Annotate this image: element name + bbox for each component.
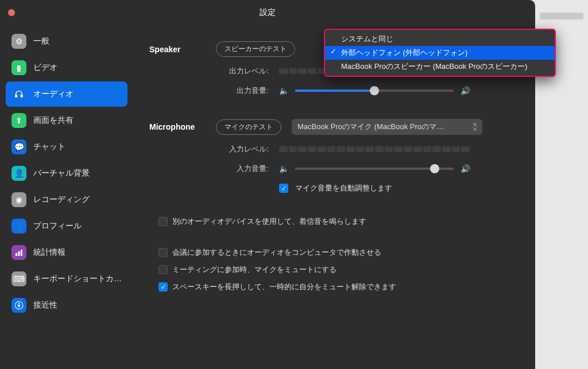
auto-adjust-mic-checkbox[interactable]: ✓ — [279, 184, 288, 193]
sidebar-item-label: バーチャル背景 — [33, 168, 90, 178]
sidebar-item-label: レコーディング — [33, 195, 90, 205]
sidebar-item-label: チャット — [33, 142, 65, 152]
settings-window: 設定 ⚙ 一般 ▮ ビデオ オーディオ ⬆ 画面を共有 💬 — [0, 0, 535, 369]
sidebar-item-keyboard-shortcuts[interactable]: ⌨ キーボードショートカ… — [6, 266, 127, 292]
join-audio-label: 会議に参加するときにオーディオをコンピュータで作動させる — [172, 247, 381, 258]
sidebar-item-virtual-background[interactable]: 👤 バーチャル背景 — [6, 161, 127, 186]
sidebar-item-share-screen[interactable]: ⬆ 画面を共有 — [6, 108, 127, 133]
speaker-heading: Speaker — [147, 45, 216, 54]
input-level-meter — [279, 146, 470, 152]
join-audio-checkbox[interactable] — [158, 248, 168, 257]
share-screen-icon: ⬆ — [11, 113, 26, 128]
volume-high-icon: 🔊 — [461, 86, 470, 95]
sidebar-item-label: キーボードショートカ… — [33, 274, 122, 284]
svg-point-6 — [18, 302, 20, 304]
sidebar-item-accessibility[interactable]: 接近性 — [6, 293, 127, 318]
output-volume-label: 出力音量: — [147, 86, 279, 96]
chat-icon: 💬 — [11, 139, 26, 154]
window-title: 設定 — [260, 7, 276, 18]
test-microphone-button[interactable]: マイクのテスト — [216, 119, 281, 135]
video-icon: ▮ — [11, 60, 26, 75]
speaker-option-same-as-system[interactable]: システムと同じ — [325, 32, 555, 46]
microphone-select[interactable]: MacBook Proのマイク (MacBook Proのマ… — [292, 119, 482, 135]
microphone-heading: Microphone — [147, 122, 216, 131]
sidebar-item-label: 統計情報 — [33, 247, 65, 258]
keyboard-icon: ⌨ — [11, 271, 26, 286]
sidebar-item-profile[interactable]: 👤 プロフィール — [6, 213, 127, 239]
output-volume-slider[interactable] — [295, 90, 454, 92]
mute-on-join-label: ミーティングに参加時、マイクをミュートにする — [172, 265, 336, 275]
profile-icon: 👤 — [11, 219, 26, 234]
sidebar-item-label: 接近性 — [33, 300, 57, 310]
traffic-lights — [8, 9, 15, 16]
close-window-button[interactable] — [8, 9, 15, 16]
test-speaker-button[interactable]: スピーカーのテスト — [216, 41, 295, 57]
svg-rect-0 — [16, 95, 17, 97]
person-icon: 👤 — [11, 166, 26, 181]
sidebar-item-statistics[interactable]: 統計情報 — [6, 240, 127, 265]
accessibility-icon — [11, 298, 26, 313]
stats-icon — [11, 245, 26, 260]
space-unmute-checkbox[interactable]: ✓ — [158, 282, 168, 292]
sidebar-item-label: プロフィール — [33, 221, 82, 231]
sidebar-item-video[interactable]: ▮ ビデオ — [6, 55, 127, 80]
titlebar: 設定 — [0, 0, 535, 25]
sidebar-item-audio[interactable]: オーディオ — [6, 81, 127, 107]
auto-adjust-mic-label: マイク音量を自動調整します — [295, 183, 392, 193]
speaker-option-external-headphones[interactable]: 外部ヘッドフォン (外部ヘッドフォン) — [325, 46, 555, 60]
record-icon: ◉ — [11, 192, 26, 207]
volume-high-icon: 🔊 — [461, 164, 470, 173]
gear-icon: ⚙ — [11, 34, 26, 49]
svg-rect-1 — [21, 95, 22, 97]
mute-on-join-checkbox[interactable] — [158, 265, 168, 274]
volume-low-icon: 🔈 — [279, 86, 288, 95]
speaker-dropdown: システムと同じ 外部ヘッドフォン (外部ヘッドフォン) MacBook Proの… — [324, 29, 556, 77]
output-level-label: 出力レベル: — [147, 66, 279, 76]
headphones-icon — [11, 87, 26, 102]
sidebar-item-recording[interactable]: ◉ レコーディング — [6, 187, 127, 212]
svg-rect-2 — [16, 253, 17, 256]
sidebar: ⚙ 一般 ▮ ビデオ オーディオ ⬆ 画面を共有 💬 チャット — [0, 25, 133, 369]
ringtone-device-label: 別のオーディオデバイスを使用して、着信音を鳴らします — [172, 216, 366, 227]
sidebar-item-general[interactable]: ⚙ 一般 — [6, 29, 127, 54]
sidebar-item-label: 一般 — [33, 36, 49, 46]
input-volume-slider[interactable] — [295, 168, 454, 170]
svg-rect-3 — [18, 251, 20, 256]
background-blur — [540, 13, 583, 20]
speaker-option-macbook-pro-speakers[interactable]: MacBook Proのスピーカー (MacBook Proのスピーカー) — [325, 60, 555, 73]
sidebar-item-label: オーディオ — [33, 89, 74, 99]
svg-rect-4 — [21, 250, 22, 256]
volume-low-icon: 🔈 — [279, 164, 288, 173]
sidebar-item-label: 画面を共有 — [33, 115, 74, 126]
sidebar-item-label: ビデオ — [33, 63, 57, 73]
ringtone-device-checkbox[interactable] — [158, 217, 168, 226]
input-volume-label: 入力音量: — [147, 164, 279, 174]
space-unmute-label: スペースキーを長押しして、一時的に自分をミュート解除できます — [172, 282, 396, 292]
sidebar-item-chat[interactable]: 💬 チャット — [6, 134, 127, 160]
input-level-label: 入力レベル: — [147, 144, 279, 154]
